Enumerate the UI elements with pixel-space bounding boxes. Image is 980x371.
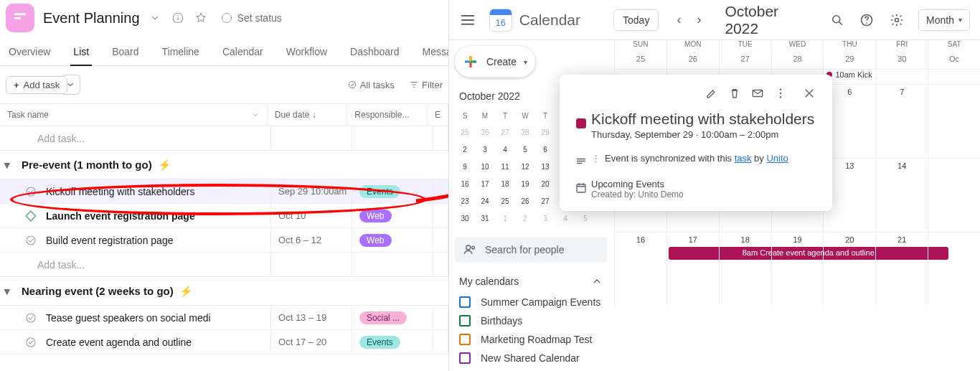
filter-button[interactable]: Filter xyxy=(409,80,443,90)
event-edit-icon[interactable] xyxy=(700,82,723,105)
day-cell[interactable]: 19 xyxy=(771,233,824,306)
mini-day[interactable]: 26 xyxy=(475,123,495,141)
mini-day[interactable]: 19 xyxy=(515,175,535,192)
mini-day[interactable]: 4 xyxy=(555,210,575,227)
mini-day[interactable]: 11 xyxy=(495,158,515,175)
mini-day[interactable]: 5 xyxy=(515,141,535,158)
mini-day[interactable]: 23 xyxy=(455,192,475,210)
help-icon[interactable] xyxy=(858,11,875,29)
mini-day[interactable]: 3 xyxy=(475,141,495,158)
mini-day[interactable]: 17 xyxy=(475,175,495,192)
tab-timeline[interactable]: Timeline xyxy=(159,40,202,65)
settings-icon[interactable] xyxy=(888,11,905,29)
mini-day[interactable]: 31 xyxy=(475,210,495,227)
add-task-button[interactable]: Add task xyxy=(6,76,67,94)
mini-day[interactable]: 9 xyxy=(455,158,475,175)
mini-day[interactable]: 24 xyxy=(475,192,495,210)
mini-day[interactable]: 1 xyxy=(495,210,515,227)
column-due-date[interactable]: Due date ↓ xyxy=(268,104,348,126)
event-delete-icon[interactable] xyxy=(723,82,746,105)
day-cell[interactable]: 14 xyxy=(875,159,928,232)
create-button[interactable]: Create xyxy=(455,46,535,78)
task-row[interactable]: Create event agenda and outlineOct 17 – … xyxy=(0,330,448,354)
column-extra[interactable]: E xyxy=(428,104,448,126)
mini-day[interactable]: 6 xyxy=(535,141,555,158)
prev-month-button[interactable]: ‹ xyxy=(669,10,689,30)
calendar-checkbox[interactable] xyxy=(459,296,471,308)
mini-day[interactable]: 27 xyxy=(535,192,555,210)
section-header[interactable]: ▾Nearing event (2 weeks to go)⚡ xyxy=(0,277,448,306)
tab-board[interactable]: Board xyxy=(109,40,141,65)
search-people-input[interactable]: Search for people xyxy=(455,237,607,263)
task-link[interactable]: task xyxy=(735,153,752,164)
mini-day[interactable]: 12 xyxy=(515,158,535,175)
day-cell[interactable]: 16 xyxy=(614,233,666,306)
column-responsible[interactable]: Responsible... xyxy=(347,104,428,126)
event-email-icon[interactable] xyxy=(746,82,769,105)
mini-day[interactable]: 5 xyxy=(575,210,595,227)
tab-list[interactable]: List xyxy=(70,40,92,66)
mini-day[interactable]: 2 xyxy=(455,141,475,158)
all-tasks-filter[interactable]: All tasks xyxy=(347,80,395,90)
mini-day[interactable]: 25 xyxy=(455,123,475,141)
calendar-checkbox[interactable] xyxy=(459,352,471,364)
mini-day[interactable]: 28 xyxy=(515,123,535,141)
view-select[interactable]: Month xyxy=(918,9,970,31)
event-chip[interactable]: 10am Kick xyxy=(825,70,874,80)
mini-day[interactable]: 2 xyxy=(515,210,535,227)
day-cell[interactable]: 21 xyxy=(875,233,928,306)
add-task-inline[interactable]: Add task... xyxy=(0,253,271,276)
calendar-checkbox[interactable] xyxy=(459,334,471,345)
star-icon[interactable] xyxy=(193,10,209,26)
next-month-button[interactable]: › xyxy=(689,10,709,30)
column-task-name[interactable]: Task name xyxy=(0,104,268,126)
project-dropdown-icon[interactable] xyxy=(147,10,163,26)
day-cell[interactable]: 178am Create event agenda and outline xyxy=(666,233,719,306)
event-options-icon[interactable] xyxy=(769,82,792,105)
search-icon[interactable] xyxy=(829,11,846,29)
tab-calendar[interactable]: Calendar xyxy=(220,40,266,65)
task-tag[interactable]: Events xyxy=(359,185,400,198)
task-row[interactable]: Kickoff meeting with stakeholdersSep 29 … xyxy=(0,179,448,204)
mini-day[interactable]: 30 xyxy=(455,210,475,227)
day-cell[interactable] xyxy=(928,85,980,158)
add-task-inline[interactable]: Add task... xyxy=(0,126,271,150)
section-header[interactable]: ▾Pre-event (1 month to go)⚡ xyxy=(0,151,448,179)
tab-dashboard[interactable]: Dashboard xyxy=(347,40,402,65)
mini-day[interactable]: 18 xyxy=(495,175,515,192)
mini-day[interactable]: 13 xyxy=(535,158,555,175)
mini-day[interactable]: 10 xyxy=(475,158,495,175)
day-cell[interactable] xyxy=(928,159,980,232)
mini-day[interactable]: 16 xyxy=(455,175,475,192)
day-cell[interactable] xyxy=(928,70,980,84)
task-row[interactable]: Build event registration pageOct 6 – 12W… xyxy=(0,228,448,253)
event-close-icon[interactable] xyxy=(798,82,821,105)
day-cell[interactable]: 7 xyxy=(875,85,928,158)
mini-day[interactable]: 3 xyxy=(535,210,555,227)
set-status-button[interactable]: Set status xyxy=(222,12,282,24)
task-tag[interactable]: Social ... xyxy=(359,311,407,324)
task-row[interactable]: Launch event registration pageOct 10Web xyxy=(0,204,448,228)
day-cell[interactable] xyxy=(875,70,928,84)
task-tag[interactable]: Events xyxy=(359,336,400,349)
task-row[interactable]: Tease guest speakers on social mediOct 1… xyxy=(0,306,448,330)
today-button[interactable]: Today xyxy=(613,9,659,31)
tab-overview[interactable]: Overview xyxy=(6,40,53,65)
task-tag[interactable]: Web xyxy=(359,210,391,222)
mini-day[interactable]: 29 xyxy=(535,123,555,141)
info-icon[interactable] xyxy=(170,10,186,26)
calendar-item[interactable]: Summer Campaign Events xyxy=(455,293,607,311)
mini-day[interactable]: 20 xyxy=(535,175,555,192)
mini-day[interactable]: 27 xyxy=(495,123,515,141)
tab-workflow[interactable]: Workflow xyxy=(283,40,330,65)
add-task-dropdown[interactable] xyxy=(63,75,80,95)
calendar-item[interactable]: Birthdays xyxy=(455,311,607,330)
mini-day[interactable]: 26 xyxy=(515,192,535,210)
calendar-checkbox[interactable] xyxy=(459,315,471,327)
menu-icon[interactable] xyxy=(459,11,476,29)
calendar-item[interactable]: Marketing Roadmap Test xyxy=(455,330,607,349)
calendar-item[interactable]: New Shared Calendar xyxy=(455,349,607,367)
unito-link[interactable]: Unito xyxy=(766,153,788,164)
task-tag[interactable]: Web xyxy=(359,234,391,247)
day-cell[interactable] xyxy=(928,233,980,306)
